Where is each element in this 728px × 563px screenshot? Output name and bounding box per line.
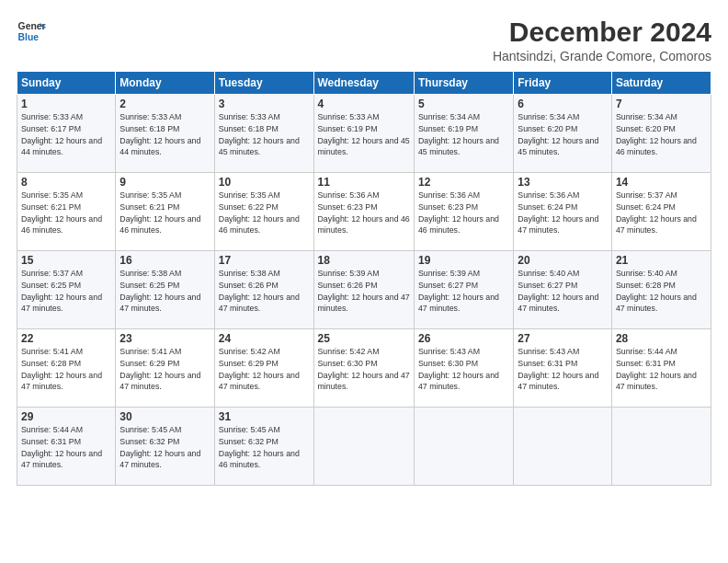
- day-number: 3: [219, 98, 310, 110]
- header-friday: Friday: [514, 72, 612, 95]
- day-info: Sunrise: 5:40 AMSunset: 6:27 PMDaylight:…: [518, 269, 598, 313]
- day-info: Sunrise: 5:44 AMSunset: 6:31 PMDaylight:…: [21, 425, 102, 469]
- day-info: Sunrise: 5:43 AMSunset: 6:30 PMDaylight:…: [418, 347, 499, 391]
- calendar-cell: 10 Sunrise: 5:35 AMSunset: 6:22 PMDaylig…: [214, 173, 313, 251]
- calendar-cell: 18 Sunrise: 5:39 AMSunset: 6:26 PMDaylig…: [313, 251, 414, 329]
- calendar-cell: 8 Sunrise: 5:35 AMSunset: 6:21 PMDayligh…: [17, 173, 116, 251]
- day-info: Sunrise: 5:41 AMSunset: 6:28 PMDaylight:…: [21, 347, 102, 391]
- day-info: Sunrise: 5:37 AMSunset: 6:24 PMDaylight:…: [616, 190, 697, 235]
- day-number: 11: [318, 176, 410, 189]
- calendar-header-row: Sunday Monday Tuesday Wednesday Thursday…: [17, 72, 711, 95]
- day-info: Sunrise: 5:34 AMSunset: 6:20 PMDaylight:…: [616, 112, 697, 156]
- svg-text:Blue: Blue: [18, 32, 40, 42]
- day-number: 25: [318, 332, 410, 345]
- day-number: 27: [518, 332, 608, 345]
- day-info: Sunrise: 5:38 AMSunset: 6:26 PMDaylight:…: [219, 269, 300, 313]
- calendar-cell: 4 Sunrise: 5:33 AMSunset: 6:19 PMDayligh…: [313, 95, 414, 173]
- day-info: Sunrise: 5:36 AMSunset: 6:23 PMDaylight:…: [418, 190, 499, 235]
- day-info: Sunrise: 5:45 AMSunset: 6:32 PMDaylight:…: [219, 425, 300, 469]
- day-info: Sunrise: 5:39 AMSunset: 6:27 PMDaylight:…: [418, 269, 499, 313]
- calendar-cell: 5 Sunrise: 5:34 AMSunset: 6:19 PMDayligh…: [414, 95, 513, 173]
- day-number: 26: [418, 332, 509, 345]
- day-number: 9: [119, 176, 210, 189]
- calendar-cell: 15 Sunrise: 5:37 AMSunset: 6:25 PMDaylig…: [17, 251, 116, 329]
- day-info: Sunrise: 5:40 AMSunset: 6:28 PMDaylight:…: [616, 269, 697, 313]
- logo-icon: General Blue: [17, 17, 46, 46]
- day-number: 16: [119, 254, 210, 267]
- day-number: 12: [418, 176, 509, 189]
- title-block: December 2024 Hantsindzi, Grande Comore,…: [493, 17, 711, 63]
- calendar-cell: 16 Sunrise: 5:38 AMSunset: 6:25 PMDaylig…: [116, 251, 214, 329]
- day-number: 7: [616, 98, 707, 110]
- subtitle: Hantsindzi, Grande Comore, Comoros: [493, 49, 711, 63]
- calendar-cell: 3 Sunrise: 5:33 AMSunset: 6:18 PMDayligh…: [214, 95, 313, 173]
- day-number: 10: [219, 176, 310, 189]
- header-wednesday: Wednesday: [313, 72, 414, 95]
- calendar-week-4: 22 Sunrise: 5:41 AMSunset: 6:28 PMDaylig…: [17, 329, 711, 408]
- calendar-table: Sunday Monday Tuesday Wednesday Thursday…: [17, 71, 711, 486]
- calendar-cell: 27 Sunrise: 5:43 AMSunset: 6:31 PMDaylig…: [514, 329, 612, 408]
- calendar-cell: [514, 408, 612, 486]
- calendar-week-1: 1 Sunrise: 5:33 AMSunset: 6:17 PMDayligh…: [17, 95, 711, 173]
- day-number: 21: [616, 254, 707, 267]
- day-number: 18: [318, 254, 410, 267]
- day-info: Sunrise: 5:33 AMSunset: 6:18 PMDaylight:…: [219, 112, 300, 156]
- day-info: Sunrise: 5:36 AMSunset: 6:24 PMDaylight:…: [518, 190, 598, 235]
- calendar-cell: 29 Sunrise: 5:44 AMSunset: 6:31 PMDaylig…: [17, 408, 116, 486]
- calendar-cell: 1 Sunrise: 5:33 AMSunset: 6:17 PMDayligh…: [17, 95, 116, 173]
- day-info: Sunrise: 5:37 AMSunset: 6:25 PMDaylight:…: [21, 269, 102, 313]
- calendar-cell: 21 Sunrise: 5:40 AMSunset: 6:28 PMDaylig…: [611, 251, 711, 329]
- calendar-week-2: 8 Sunrise: 5:35 AMSunset: 6:21 PMDayligh…: [17, 173, 711, 251]
- calendar-cell: 7 Sunrise: 5:34 AMSunset: 6:20 PMDayligh…: [611, 95, 711, 173]
- calendar-cell: 2 Sunrise: 5:33 AMSunset: 6:18 PMDayligh…: [116, 95, 214, 173]
- day-number: 4: [318, 98, 410, 110]
- day-info: Sunrise: 5:44 AMSunset: 6:31 PMDaylight:…: [616, 347, 697, 391]
- calendar-cell: [313, 408, 414, 486]
- calendar-cell: 22 Sunrise: 5:41 AMSunset: 6:28 PMDaylig…: [17, 329, 116, 408]
- header-thursday: Thursday: [414, 72, 513, 95]
- day-number: 15: [21, 254, 111, 267]
- calendar-cell: 17 Sunrise: 5:38 AMSunset: 6:26 PMDaylig…: [214, 251, 313, 329]
- day-info: Sunrise: 5:35 AMSunset: 6:21 PMDaylight:…: [21, 190, 102, 235]
- day-info: Sunrise: 5:38 AMSunset: 6:25 PMDaylight:…: [119, 269, 200, 313]
- day-number: 29: [21, 410, 111, 423]
- calendar-cell: 31 Sunrise: 5:45 AMSunset: 6:32 PMDaylig…: [214, 408, 313, 486]
- day-number: 5: [418, 98, 509, 110]
- day-info: Sunrise: 5:43 AMSunset: 6:31 PMDaylight:…: [518, 347, 598, 391]
- day-number: 6: [518, 98, 608, 110]
- day-info: Sunrise: 5:35 AMSunset: 6:21 PMDaylight:…: [119, 190, 200, 235]
- header-monday: Monday: [116, 72, 214, 95]
- calendar-cell: 30 Sunrise: 5:45 AMSunset: 6:32 PMDaylig…: [116, 408, 214, 486]
- header-tuesday: Tuesday: [214, 72, 313, 95]
- day-info: Sunrise: 5:42 AMSunset: 6:29 PMDaylight:…: [219, 347, 300, 391]
- calendar-week-5: 29 Sunrise: 5:44 AMSunset: 6:31 PMDaylig…: [17, 408, 711, 486]
- day-info: Sunrise: 5:39 AMSunset: 6:26 PMDaylight:…: [318, 269, 410, 313]
- calendar-cell: 11 Sunrise: 5:36 AMSunset: 6:23 PMDaylig…: [313, 173, 414, 251]
- day-number: 31: [219, 410, 310, 423]
- header: General Blue December 2024 Hantsindzi, G…: [17, 17, 711, 63]
- calendar-cell: 28 Sunrise: 5:44 AMSunset: 6:31 PMDaylig…: [611, 329, 711, 408]
- calendar-cell: 23 Sunrise: 5:41 AMSunset: 6:29 PMDaylig…: [116, 329, 214, 408]
- day-number: 28: [616, 332, 707, 345]
- calendar-cell: 19 Sunrise: 5:39 AMSunset: 6:27 PMDaylig…: [414, 251, 513, 329]
- day-info: Sunrise: 5:42 AMSunset: 6:30 PMDaylight:…: [318, 347, 410, 391]
- day-number: 8: [21, 176, 111, 189]
- day-info: Sunrise: 5:35 AMSunset: 6:22 PMDaylight:…: [219, 190, 300, 235]
- day-number: 1: [21, 98, 111, 110]
- main-title: December 2024: [493, 17, 711, 47]
- calendar-cell: 6 Sunrise: 5:34 AMSunset: 6:20 PMDayligh…: [514, 95, 612, 173]
- day-number: 2: [119, 98, 210, 110]
- day-number: 14: [616, 176, 707, 189]
- day-info: Sunrise: 5:36 AMSunset: 6:23 PMDaylight:…: [318, 190, 410, 235]
- header-sunday: Sunday: [17, 72, 116, 95]
- logo: General Blue: [17, 17, 46, 46]
- calendar-cell: 14 Sunrise: 5:37 AMSunset: 6:24 PMDaylig…: [611, 173, 711, 251]
- day-number: 13: [518, 176, 608, 189]
- calendar-cell: 13 Sunrise: 5:36 AMSunset: 6:24 PMDaylig…: [514, 173, 612, 251]
- day-info: Sunrise: 5:33 AMSunset: 6:19 PMDaylight:…: [318, 112, 410, 156]
- day-number: 30: [119, 410, 210, 423]
- calendar-cell: 24 Sunrise: 5:42 AMSunset: 6:29 PMDaylig…: [214, 329, 313, 408]
- calendar-cell: [414, 408, 513, 486]
- calendar-cell: 20 Sunrise: 5:40 AMSunset: 6:27 PMDaylig…: [514, 251, 612, 329]
- header-saturday: Saturday: [611, 72, 711, 95]
